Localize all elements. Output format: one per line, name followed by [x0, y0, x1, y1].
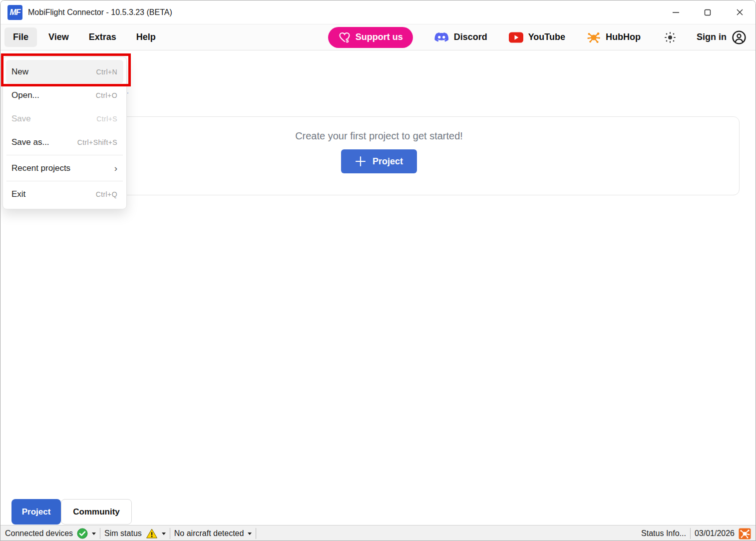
file-menu-exit[interactable]: Exit Ctrl+Q	[6, 182, 123, 206]
menu-separator	[6, 155, 123, 155]
connected-devices-status[interactable]: Connected devices	[5, 528, 96, 539]
main-content: i. Create your first project to get star…	[0, 50, 756, 525]
file-menu-recent-projects[interactable]: Recent projects ›	[6, 156, 123, 180]
youtube-label: YouTube	[528, 32, 565, 42]
status-info-label: Status Info...	[641, 529, 686, 538]
tab-project[interactable]: Project	[11, 499, 61, 525]
statusbar-separator	[100, 528, 100, 539]
aircraft-status[interactable]: No aircraft detected	[174, 529, 252, 538]
dropdown-caret-icon	[162, 533, 166, 535]
maximize-button[interactable]	[692, 0, 724, 24]
dropdown-caret-icon	[248, 533, 252, 535]
empty-state-text: Create your first project to get started…	[19, 130, 739, 142]
hubhop-label: HubHop	[606, 32, 641, 42]
success-check-icon	[77, 528, 88, 539]
youtube-icon	[508, 32, 524, 43]
file-menu-open[interactable]: Open... Ctrl+O	[6, 83, 123, 107]
discord-label: Discord	[454, 32, 487, 42]
file-menu-save: Save Ctrl+S	[6, 107, 123, 130]
close-button[interactable]	[724, 0, 756, 24]
file-menu-exit-label: Exit	[11, 189, 25, 199]
menu-separator	[6, 181, 123, 181]
sim-date-label: 03/01/2026	[695, 529, 735, 538]
file-menu-new[interactable]: New Ctrl+N	[6, 60, 123, 83]
minimize-button[interactable]	[660, 0, 692, 24]
youtube-link[interactable]: YouTube	[508, 32, 565, 43]
hubhop-link[interactable]: HubHop	[586, 30, 641, 44]
file-menu-save-as[interactable]: Save as... Ctrl+Shift+S	[6, 130, 123, 154]
sign-in-button[interactable]: Sign in	[697, 30, 747, 45]
support-us-label: Support us	[356, 32, 403, 42]
file-menu-save-shortcut: Ctrl+S	[96, 115, 117, 123]
heart-dollar-icon: $	[338, 31, 351, 43]
status-bar: Connected devices Sim status	[0, 525, 756, 541]
menu-bar: File View Extras Help $ Support us D	[0, 24, 756, 50]
file-menu-new-label: New	[11, 67, 28, 77]
file-dropdown-menu: New Ctrl+N Open... Ctrl+O Save Ctrl+S Sa…	[2, 56, 127, 209]
file-menu-exit-shortcut: Ctrl+Q	[96, 190, 117, 198]
connected-devices-label: Connected devices	[5, 529, 73, 538]
menu-view[interactable]: View	[40, 27, 77, 47]
file-menu-open-label: Open...	[11, 90, 39, 100]
hubhop-splat-icon	[586, 30, 601, 44]
statusbar-separator	[256, 528, 256, 539]
menu-extras[interactable]: Extras	[80, 27, 125, 47]
submenu-chevron-icon: ›	[114, 163, 117, 173]
theme-toggle[interactable]	[664, 31, 677, 44]
warning-triangle-icon	[146, 528, 158, 539]
tab-community[interactable]: Community	[61, 499, 132, 525]
file-menu-save-as-label: Save as...	[11, 137, 49, 147]
sim-status-label: Sim status	[104, 529, 142, 538]
menu-file[interactable]: File	[4, 27, 37, 47]
app-window: MF MobiFlight Connector - 10.5.3.23 (BET…	[0, 0, 756, 541]
bottom-tabs: Project Community	[11, 499, 132, 525]
user-avatar-icon	[732, 30, 747, 45]
sim-status[interactable]: Sim status	[104, 528, 166, 539]
svg-text:$: $	[346, 37, 349, 43]
discord-link[interactable]: Discord	[434, 31, 487, 43]
new-project-button[interactable]: Project	[341, 149, 417, 173]
file-menu-open-shortcut: Ctrl+O	[96, 91, 117, 99]
file-menu-save-label: Save	[11, 114, 31, 124]
window-title: MobiFlight Connector - 10.5.3.23 (BETA)	[28, 8, 172, 17]
aircraft-status-label: No aircraft detected	[174, 529, 244, 538]
new-project-button-label: Project	[373, 156, 403, 167]
sim-date: 03/01/2026	[695, 528, 751, 540]
plus-icon	[355, 156, 366, 167]
file-menu-new-shortcut: Ctrl+N	[96, 68, 117, 76]
support-us-button[interactable]: $ Support us	[328, 27, 413, 48]
window-controls	[660, 0, 756, 24]
statusbar-separator	[690, 528, 691, 539]
file-menu-save-as-shortcut: Ctrl+Shift+S	[77, 138, 117, 146]
brightness-sun-icon	[664, 31, 677, 44]
menu-help[interactable]: Help	[128, 27, 164, 47]
title-bar: MF MobiFlight Connector - 10.5.3.23 (BET…	[0, 0, 756, 24]
file-menu-recent-projects-label: Recent projects	[11, 163, 70, 173]
sim-connection-splat-icon	[739, 528, 751, 540]
status-info-link[interactable]: Status Info...	[641, 529, 686, 538]
discord-icon	[434, 31, 449, 43]
statusbar-separator	[170, 528, 170, 539]
app-logo-icon: MF	[7, 5, 22, 20]
dropdown-caret-icon	[92, 533, 96, 535]
sign-in-label: Sign in	[697, 32, 727, 42]
